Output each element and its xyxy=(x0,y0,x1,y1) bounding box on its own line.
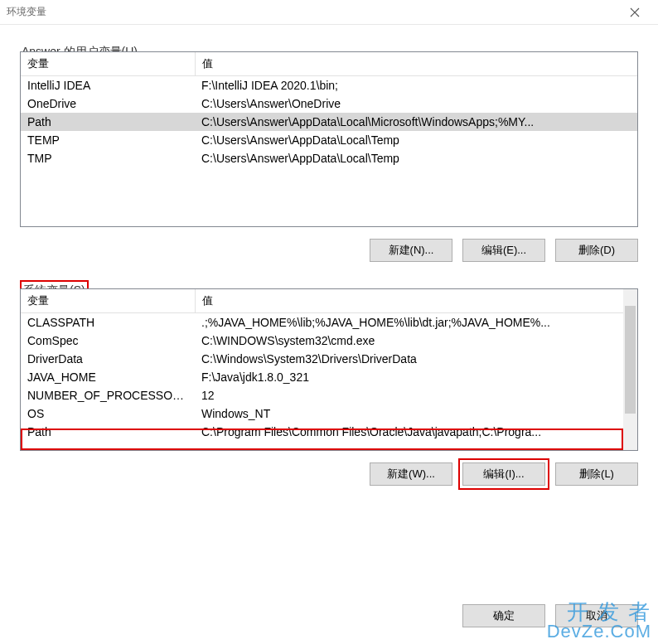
window-title: 环境变量 xyxy=(7,5,618,19)
col-variable[interactable]: 变量 xyxy=(21,289,195,313)
scroll-thumb[interactable] xyxy=(625,306,636,414)
col-variable[interactable]: 变量 xyxy=(21,52,195,76)
table-row[interactable]: TMPC:\Users\Answer\AppData\Local\Temp xyxy=(21,149,637,167)
table-row[interactable]: ComSpecC:\WINDOWS\system32\cmd.exe xyxy=(21,332,623,350)
ok-button[interactable]: 确定 xyxy=(462,604,545,627)
col-value[interactable]: 值 xyxy=(195,52,637,76)
system-variables-table: 变量 值 CLASSPATH.;%JAVA_HOME%\lib;%JAVA_HO… xyxy=(20,288,638,451)
table-row[interactable]: NUMBER_OF_PROCESSORS12 xyxy=(21,386,623,404)
system-variables-group: 系统变量(S) 变量 值 CLASSPATH.;%JAVA_HOME%\lib;… xyxy=(20,288,638,486)
edit-button[interactable]: 编辑(I)... xyxy=(462,462,545,486)
delete-button[interactable]: 删除(D) xyxy=(555,239,638,262)
table-row[interactable]: CLASSPATH.;%JAVA_HOME%\lib;%JAVA_HOME%\l… xyxy=(21,313,623,332)
table-row[interactable]: PathC:\Program Files\Common Files\Oracle… xyxy=(21,423,623,441)
user-variables-group: Answer 的用户变量(U) 变量 值 IntelliJ IDEAF:\Int… xyxy=(20,51,638,262)
table-row[interactable]: JAVA_HOMEF:\Java\jdk1.8.0_321 xyxy=(21,368,623,386)
user-variables-table: 变量 值 IntelliJ IDEAF:\IntelliJ IDEA 2020.… xyxy=(20,51,638,227)
table-row[interactable]: IntelliJ IDEAF:\IntelliJ IDEA 2020.1\bin… xyxy=(21,76,637,95)
edit-button[interactable]: 编辑(E)... xyxy=(462,239,545,262)
new-button[interactable]: 新建(N)... xyxy=(370,239,452,262)
delete-button[interactable]: 删除(L) xyxy=(555,462,638,486)
close-icon[interactable] xyxy=(618,0,651,25)
scrollbar[interactable] xyxy=(623,289,637,450)
table-row[interactable]: OneDriveC:\Users\Answer\OneDrive xyxy=(21,94,637,113)
titlebar: 环境变量 xyxy=(0,0,658,25)
table-row[interactable]: DriverDataC:\Windows\System32\Drivers\Dr… xyxy=(21,350,623,368)
new-button[interactable]: 新建(W)... xyxy=(370,462,452,486)
table-header-row: 变量 值 xyxy=(21,52,637,76)
system-variables-buttons: 新建(W)... 编辑(I)... 删除(L) xyxy=(20,462,638,486)
table-row[interactable]: TEMPC:\Users\Answer\AppData\Local\Temp xyxy=(21,131,637,149)
table-row[interactable]: OSWindows_NT xyxy=(21,404,623,423)
table-header-row: 变量 值 xyxy=(21,289,623,313)
col-value[interactable]: 值 xyxy=(195,289,623,313)
cancel-button[interactable]: 取消 xyxy=(555,604,638,627)
dialog-buttons: 确定 取消 xyxy=(462,604,638,627)
user-variables-buttons: 新建(N)... 编辑(E)... 删除(D) xyxy=(20,239,638,262)
table-row[interactable]: PathC:\Users\Answer\AppData\Local\Micros… xyxy=(21,113,637,131)
